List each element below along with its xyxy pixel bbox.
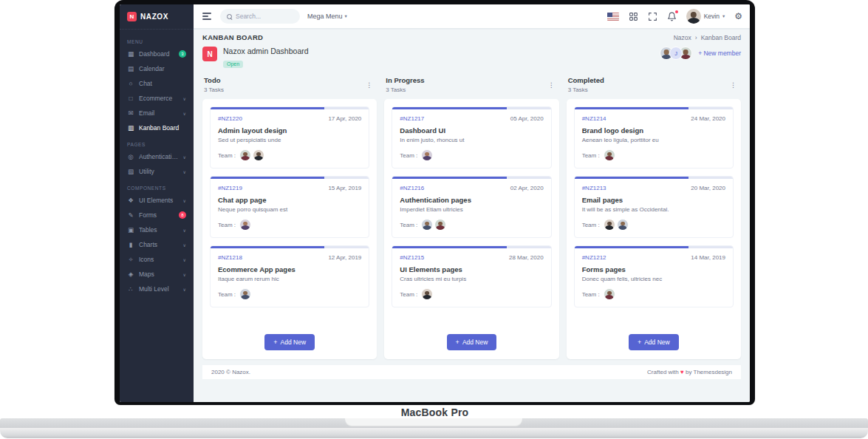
add-new-button[interactable]: + Add New — [447, 334, 497, 350]
task-card[interactable]: #NZ1212 14 Mar, 2019 Forms pages Donec q… — [574, 245, 734, 307]
task-id-link[interactable]: #NZ1219 — [218, 185, 242, 191]
column-task-count: 3 Tasks — [386, 86, 424, 93]
sidebar-item-icons[interactable]: ✧ Icons ∨ — [120, 252, 194, 267]
sidebar-item-chat[interactable]: ○ Chat — [120, 76, 194, 91]
sidebar-item-ui-elements[interactable]: ❖ UI Elements ∨ — [120, 193, 194, 208]
task-id-link[interactable]: #NZ1212 — [582, 254, 606, 261]
language-flag-icon[interactable] — [607, 13, 619, 21]
notifications-bell-icon[interactable] — [667, 12, 677, 21]
user-menu[interactable]: Kevin ▾ — [686, 9, 725, 24]
task-card[interactable]: #NZ1213 20 Mar, 2020 Email pages It will… — [574, 176, 734, 238]
sidebar-item-tables[interactable]: ▣ Tables ∨ — [120, 222, 194, 237]
task-card[interactable]: #NZ1214 24 Mar, 2020 Brand logo design A… — [574, 106, 734, 169]
fullscreen-icon[interactable] — [648, 12, 657, 21]
kanban-icon: ▥ — [127, 124, 134, 132]
avatar[interactable] — [421, 219, 433, 231]
breadcrumb-root[interactable]: Nazox — [674, 34, 691, 41]
avatar[interactable] — [239, 288, 251, 300]
search-input[interactable] — [236, 13, 291, 20]
avatar[interactable] — [421, 288, 433, 300]
avatar[interactable] — [604, 149, 615, 161]
chevron-down-icon: ∨ — [183, 154, 186, 160]
search-box[interactable] — [220, 9, 300, 24]
status-badge: Open — [223, 61, 243, 68]
nazox-logo-icon: N — [127, 12, 137, 21]
task-title: Forms pages — [582, 265, 725, 273]
avatar[interactable] — [617, 219, 629, 231]
add-new-button[interactable]: + Add New — [629, 334, 679, 350]
task-card[interactable]: #NZ1217 05 Apr, 2020 Dashboard UI In eni… — [392, 106, 551, 169]
avatar[interactable] — [434, 219, 446, 231]
gear-icon[interactable]: ⚙ — [734, 11, 742, 21]
task-description: Donec quam felis, ultricies nec — [582, 276, 725, 282]
task-date: 17 Apr, 2020 — [328, 115, 361, 122]
task-card[interactable]: #NZ1218 12 Apr, 2019 Ecommerce App pages… — [210, 245, 369, 307]
task-title: Brand logo design — [582, 126, 725, 135]
sidebar-item-multi-level[interactable]: ∴ Multi Level ∨ — [120, 282, 194, 296]
avatar[interactable] — [253, 149, 264, 161]
task-date: 14 Mar, 2019 — [691, 254, 725, 261]
sidebar-item-kanban-board[interactable]: ▥ Kanban Board — [120, 120, 194, 135]
device-label: MacBook Pro — [115, 406, 755, 418]
task-date: 05 Apr, 2020 — [510, 115, 544, 122]
breadcrumb-current: Kanban Board — [701, 34, 741, 41]
laptop-base — [0, 418, 868, 428]
chevron-down-icon: ∨ — [183, 198, 186, 203]
crafted-by-text: Crafted with ♥ by Themesdesign — [647, 369, 732, 375]
column-menu-icon[interactable]: ⋮ — [363, 80, 375, 90]
brand[interactable]: N NAZOX — [120, 4, 194, 30]
task-description: Itaque earum rerum hic — [218, 276, 361, 282]
avatar[interactable] — [604, 219, 615, 231]
avatar[interactable] — [604, 288, 615, 300]
avatar[interactable] — [421, 149, 433, 161]
task-card[interactable]: #NZ1220 17 Apr, 2020 Admin layout design… — [210, 106, 369, 169]
laptop-notch — [345, 418, 522, 426]
sidebar-item-utility[interactable]: ▧ Utility ∨ — [120, 164, 194, 179]
avatar[interactable] — [239, 149, 251, 161]
charts-icon: ▮ — [127, 241, 134, 248]
main-area: Mega Menu ▾ — [194, 4, 750, 402]
apps-grid-icon[interactable] — [629, 12, 638, 21]
mega-menu-button[interactable]: Mega Menu ▾ — [307, 13, 347, 20]
column-task-count: 3 Tasks — [204, 86, 224, 93]
sidebar-item-calendar[interactable]: ▤ Calendar — [120, 61, 194, 76]
task-card[interactable]: #NZ1215 28 Mar, 2020 UI Elements pages C… — [392, 245, 551, 307]
column-menu-icon[interactable]: ⋮ — [545, 80, 558, 90]
breadcrumb: Nazox › Kanban Board — [674, 34, 741, 41]
team-label: Team : — [582, 291, 600, 298]
forms-icon: ✎ — [127, 211, 134, 219]
menu-toggle-icon[interactable] — [201, 11, 213, 21]
add-new-button[interactable]: + Add New — [264, 334, 315, 350]
task-id-link[interactable]: #NZ1214 — [582, 115, 606, 122]
avatar[interactable] — [239, 219, 251, 231]
task-id-link[interactable]: #NZ1220 — [218, 115, 242, 122]
task-card[interactable]: #NZ1219 15 Apr, 2019 Chat app page Neque… — [210, 176, 369, 238]
sidebar-item-forms[interactable]: ✎ Forms 8 — [120, 208, 194, 222]
task-id-link[interactable]: #NZ1215 — [400, 254, 424, 261]
task-title: Authentication pages — [400, 196, 543, 204]
chevron-down-icon: ▾ — [722, 13, 725, 19]
task-id-link[interactable]: #NZ1218 — [218, 254, 242, 261]
sidebar-item-maps[interactable]: ◈ Maps ∨ — [120, 267, 194, 282]
task-id-link[interactable]: #NZ1213 — [582, 185, 606, 191]
board-logo-icon: N — [202, 47, 217, 61]
column-menu-icon[interactable]: ⋮ — [727, 80, 739, 90]
sidebar-item-charts[interactable]: ▮ Charts ∨ — [120, 237, 194, 252]
kanban-column-todo: Todo 3 Tasks ⋮ #NZ122 — [202, 75, 377, 359]
task-id-link[interactable]: #NZ1217 — [400, 115, 424, 122]
sidebar-item-email[interactable]: ✉ Email ∨ — [120, 106, 194, 120]
avatar-initial[interactable]: J — [669, 47, 683, 60]
board-title: Nazox admin Dashboard — [223, 47, 309, 55]
sidebar-section-components: COMPONENTS — [127, 186, 186, 191]
team-label: Team : — [218, 291, 236, 298]
laptop-base-bottom — [0, 428, 868, 438]
sidebar-item-ecommerce[interactable]: □ Ecommerce ∨ — [120, 91, 194, 106]
sidebar-item-dashboard[interactable]: ▦ Dashboard 3 — [120, 47, 194, 61]
task-card[interactable]: #NZ1216 02 Apr, 2020 Authentication page… — [392, 176, 551, 238]
sidebar-item-authentication[interactable]: ◎ Authentication ∨ — [120, 149, 194, 164]
calendar-icon: ▤ — [127, 65, 134, 72]
new-member-link[interactable]: + New member — [698, 50, 741, 57]
task-id-link[interactable]: #NZ1216 — [400, 185, 424, 191]
chevron-down-icon: ∨ — [183, 272, 186, 277]
sidebar-menu: MENU ▦ Dashboard 3 ▤ Calendar ○ Chat — [120, 30, 194, 402]
